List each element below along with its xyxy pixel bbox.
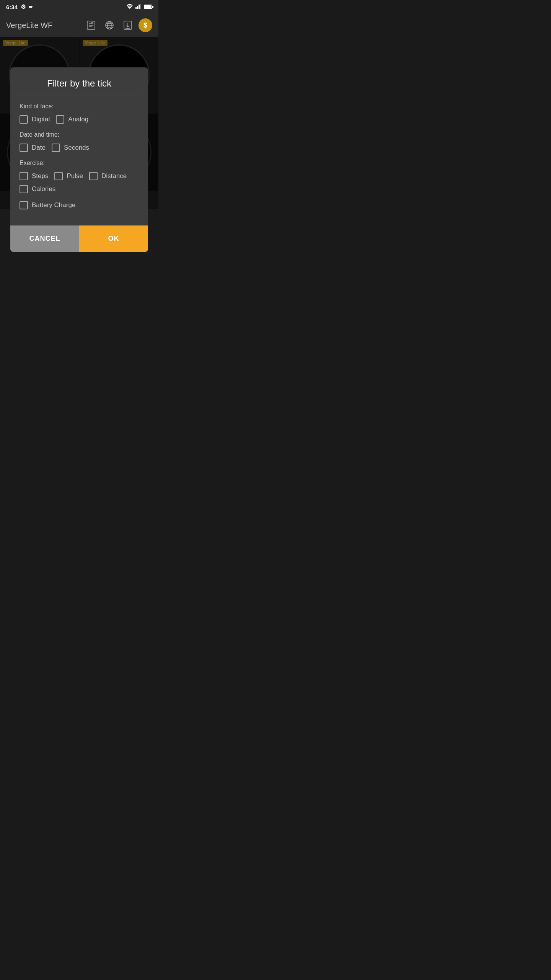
download-icon[interactable] xyxy=(120,18,135,33)
analog-label: Analog xyxy=(68,116,88,123)
coin-icon[interactable]: $ xyxy=(139,18,152,32)
dialog-title: Filter by the tick xyxy=(10,67,148,95)
date-checkbox[interactable] xyxy=(20,144,28,152)
exercise-options-row1: Steps Pulse Distance xyxy=(20,172,139,180)
digital-checkbox[interactable] xyxy=(20,115,28,124)
steps-label: Steps xyxy=(32,172,48,180)
seconds-option[interactable]: Seconds xyxy=(52,144,89,152)
coin-label: $ xyxy=(143,21,147,29)
globe-icon[interactable]: A xyxy=(102,18,117,33)
steps-checkbox[interactable] xyxy=(20,172,28,180)
edit-icon: ✏ xyxy=(29,4,33,10)
ok-button[interactable]: OK xyxy=(79,225,148,252)
exercise-options-row2: Calories xyxy=(20,185,139,193)
svg-rect-3 xyxy=(139,5,140,9)
app-bar-icons: A $ xyxy=(83,18,152,33)
distance-checkbox[interactable] xyxy=(89,172,98,180)
dialog-content: Kind of face: Digital Analog Date and ti… xyxy=(10,95,148,222)
dialog: Filter by the tick Kind of face: Digital… xyxy=(10,67,148,252)
status-right xyxy=(126,3,152,10)
cancel-button[interactable]: CANCEL xyxy=(10,225,79,252)
svg-point-0 xyxy=(129,8,130,9)
svg-text:A: A xyxy=(108,22,110,24)
distance-option[interactable]: Distance xyxy=(89,172,127,180)
date-option[interactable]: Date xyxy=(20,144,46,152)
app-bar: VergeLite WF A xyxy=(0,14,158,37)
pulse-option[interactable]: Pulse xyxy=(54,172,83,180)
main-content: Verge_Lite STEPS 3662 CALORIE 2183 Verge… xyxy=(0,37,158,191)
date-time-label: Date and time: xyxy=(20,131,139,138)
pulse-label: Pulse xyxy=(67,172,83,180)
exercise-label: Exercise: xyxy=(20,160,139,167)
svg-rect-1 xyxy=(135,7,137,9)
svg-rect-4 xyxy=(140,4,141,9)
time-display: 6:34 xyxy=(6,4,18,10)
svg-rect-2 xyxy=(137,6,138,9)
seconds-checkbox[interactable] xyxy=(52,144,60,152)
wifi-icon xyxy=(126,4,133,10)
date-time-options: Date Seconds xyxy=(20,144,139,152)
analog-option[interactable]: Analog xyxy=(56,115,88,124)
kind-of-face-label: Kind of face: xyxy=(20,103,139,110)
digital-option[interactable]: Digital xyxy=(20,115,50,124)
kind-of-face-options: Digital Analog xyxy=(20,115,139,124)
calories-option[interactable]: Calories xyxy=(20,185,55,193)
battery-option[interactable]: Battery Charge xyxy=(20,201,75,209)
checklist-icon[interactable] xyxy=(83,18,99,33)
seconds-label: Seconds xyxy=(64,144,89,152)
status-left: 6:34 ⚙ ✏ xyxy=(6,3,33,10)
status-bar: 6:34 ⚙ ✏ xyxy=(0,0,158,14)
date-label: Date xyxy=(32,144,46,152)
steps-option[interactable]: Steps xyxy=(20,172,48,180)
analog-checkbox[interactable] xyxy=(56,115,64,124)
gear-icon: ⚙ xyxy=(21,3,26,10)
calories-label: Calories xyxy=(32,185,55,193)
distance-label: Distance xyxy=(101,172,127,180)
battery-label: Battery Charge xyxy=(32,201,75,209)
battery-icon xyxy=(144,3,152,10)
battery-checkbox[interactable] xyxy=(20,201,28,209)
dialog-buttons: CANCEL OK xyxy=(10,225,148,252)
digital-label: Digital xyxy=(32,116,50,123)
pulse-checkbox[interactable] xyxy=(54,172,63,180)
app-title: VergeLite WF xyxy=(6,21,83,30)
signal-icon xyxy=(135,4,142,10)
calories-checkbox[interactable] xyxy=(20,185,28,193)
dialog-overlay: Filter by the tick Kind of face: Digital… xyxy=(0,37,158,191)
battery-row: Battery Charge xyxy=(20,201,139,209)
